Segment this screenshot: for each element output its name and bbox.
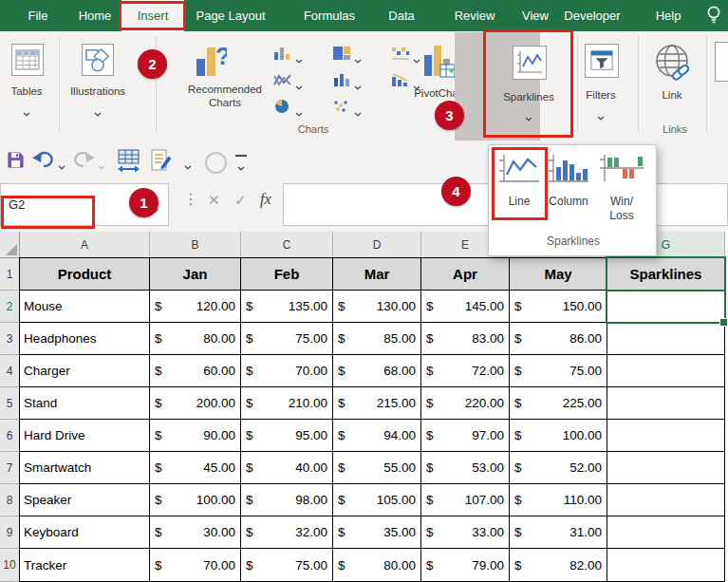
cell-C4[interactable]: $70.00 bbox=[241, 355, 333, 387]
cell-E3[interactable]: $83.00 bbox=[421, 323, 510, 355]
cell-E2[interactable]: $145.00 bbox=[421, 291, 510, 323]
flyout-column-label[interactable]: Column bbox=[549, 195, 588, 208]
pie-chart-icon[interactable] bbox=[273, 99, 292, 114]
cell-D9[interactable]: $35.00 bbox=[333, 516, 421, 549]
tab-review[interactable]: Review bbox=[455, 0, 495, 31]
chevron-down-icon[interactable] bbox=[354, 103, 362, 121]
cell-B6[interactable]: $90.00 bbox=[150, 420, 241, 452]
tab-view[interactable]: View bbox=[522, 0, 549, 31]
select-all-corner[interactable] bbox=[0, 232, 20, 258]
filters-button[interactable]: Filters bbox=[586, 89, 615, 101]
link-icon[interactable] bbox=[651, 42, 695, 89]
cell-D6[interactable]: $94.00 bbox=[333, 420, 421, 452]
header-cell-G1[interactable]: Sparklines bbox=[607, 258, 725, 291]
formula-bar-grip-icon[interactable]: ⋮ bbox=[183, 190, 198, 208]
combo-chart-icon[interactable] bbox=[391, 72, 410, 87]
row-header-1[interactable]: 1 bbox=[0, 258, 20, 291]
column-header-C[interactable]: C bbox=[241, 232, 333, 258]
cell-A2[interactable]: Mouse bbox=[20, 291, 150, 323]
tab-help[interactable]: Help bbox=[656, 0, 681, 31]
cancel-icon[interactable]: ✕ bbox=[208, 192, 220, 209]
cell-B7[interactable]: $45.00 bbox=[150, 452, 241, 484]
cell-F9[interactable]: $31.00 bbox=[510, 516, 607, 549]
circle-icon[interactable] bbox=[205, 152, 227, 174]
cell-F6[interactable]: $100.00 bbox=[510, 420, 607, 452]
row-header-2[interactable]: 2 bbox=[0, 291, 20, 323]
clipped-ribbon-button[interactable] bbox=[715, 42, 728, 82]
row-header-7[interactable]: 7 bbox=[0, 452, 20, 484]
chevron-down-icon[interactable] bbox=[413, 50, 420, 67]
column-header-D[interactable]: D bbox=[333, 232, 421, 258]
cell-C2[interactable]: $135.00 bbox=[241, 291, 333, 323]
row-header-4[interactable]: 4 bbox=[0, 355, 20, 387]
row-header-8[interactable]: 8 bbox=[0, 484, 20, 516]
tab-formulas[interactable]: Formulas bbox=[304, 0, 355, 31]
header-cell-C1[interactable]: Feb bbox=[241, 258, 333, 291]
illustrations-icon[interactable] bbox=[82, 44, 114, 76]
cell-D10[interactable]: $80.00 bbox=[333, 549, 421, 582]
cell-B4[interactable]: $60.00 bbox=[150, 355, 241, 387]
cell-C5[interactable]: $210.00 bbox=[241, 387, 333, 420]
tab-page-layout[interactable]: Page Layout bbox=[196, 0, 265, 31]
cell-A4[interactable]: Charger bbox=[20, 355, 150, 387]
insert-function-fx-icon[interactable]: fx bbox=[260, 191, 271, 208]
cell-C9[interactable]: $32.00 bbox=[241, 516, 333, 549]
undo-dropdown-chevron-icon[interactable] bbox=[58, 157, 65, 174]
tab-data[interactable]: Data bbox=[388, 0, 414, 31]
tab-developer[interactable]: Developer bbox=[564, 0, 620, 31]
cell-E9[interactable]: $33.00 bbox=[421, 516, 510, 549]
cell-E5[interactable]: $220.00 bbox=[421, 387, 510, 420]
tab-file[interactable]: File bbox=[28, 0, 48, 31]
cell-C10[interactable]: $75.00 bbox=[241, 549, 333, 582]
cell-A5[interactable]: Stand bbox=[20, 387, 150, 420]
line-chart-icon[interactable] bbox=[273, 72, 292, 87]
row-header-10[interactable]: 10 bbox=[0, 549, 20, 582]
cell-B8[interactable]: $100.00 bbox=[150, 484, 241, 516]
cell-A6[interactable]: Hard Drive bbox=[20, 420, 150, 452]
chevron-down-icon[interactable] bbox=[354, 50, 362, 67]
chevron-down-icon[interactable] bbox=[295, 50, 303, 67]
flyout-line-label[interactable]: Line bbox=[509, 195, 531, 208]
save-icon[interactable] bbox=[7, 151, 25, 173]
cell-G9[interactable] bbox=[607, 516, 725, 549]
cell-B5[interactable]: $200.00 bbox=[150, 387, 241, 420]
cell-F7[interactable]: $52.00 bbox=[510, 452, 607, 484]
scatter-chart-icon[interactable] bbox=[332, 99, 351, 114]
cell-A10[interactable]: Tracker bbox=[20, 549, 150, 582]
cell-G8[interactable] bbox=[607, 484, 725, 516]
tables-button[interactable]: Tables bbox=[10, 85, 42, 97]
cell-D5[interactable]: $215.00 bbox=[333, 387, 421, 420]
cell-F4[interactable]: $75.00 bbox=[510, 355, 607, 387]
fill-handle[interactable] bbox=[719, 318, 728, 327]
cell-B10[interactable]: $70.00 bbox=[150, 549, 241, 582]
link-button[interactable]: Link bbox=[662, 89, 681, 101]
header-cell-F1[interactable]: May bbox=[510, 258, 607, 291]
filters-icon[interactable] bbox=[585, 44, 619, 78]
cell-C6[interactable]: $95.00 bbox=[241, 420, 333, 452]
header-cell-D1[interactable]: Mar bbox=[333, 258, 421, 291]
cell-B3[interactable]: $80.00 bbox=[150, 323, 241, 355]
flyout-winloss-label[interactable]: Win/ bbox=[610, 195, 633, 208]
tab-insert[interactable]: Insert bbox=[121, 0, 184, 31]
tell-me-lightbulb-icon[interactable] bbox=[706, 5, 721, 30]
cell-B9[interactable]: $30.00 bbox=[150, 516, 241, 549]
cell-F2[interactable]: $150.00 bbox=[510, 291, 607, 323]
cell-E7[interactable]: $53.00 bbox=[421, 452, 510, 484]
form-edit-icon[interactable] bbox=[150, 148, 173, 177]
illustrations-button[interactable]: Illustrations bbox=[70, 85, 125, 97]
cell-G7[interactable] bbox=[607, 452, 725, 484]
autofit-column-icon[interactable] bbox=[116, 148, 141, 178]
tables-icon[interactable] bbox=[11, 44, 44, 76]
pivotchart-icon[interactable] bbox=[422, 42, 457, 85]
redo-icon[interactable] bbox=[72, 151, 95, 172]
column-header-B[interactable]: B bbox=[150, 232, 241, 258]
column-chart-icon[interactable] bbox=[273, 46, 292, 61]
cell-A7[interactable]: Smartwatch bbox=[20, 452, 150, 484]
redo-dropdown-chevron-icon[interactable] bbox=[98, 157, 105, 174]
cell-D4[interactable]: $68.00 bbox=[333, 355, 421, 387]
cell-D2[interactable]: $130.00 bbox=[333, 291, 421, 323]
cell-F8[interactable]: $110.00 bbox=[510, 484, 607, 516]
cell-F3[interactable]: $86.00 bbox=[510, 323, 607, 355]
undo-icon[interactable] bbox=[32, 151, 55, 172]
row-header-3[interactable]: 3 bbox=[0, 323, 20, 355]
